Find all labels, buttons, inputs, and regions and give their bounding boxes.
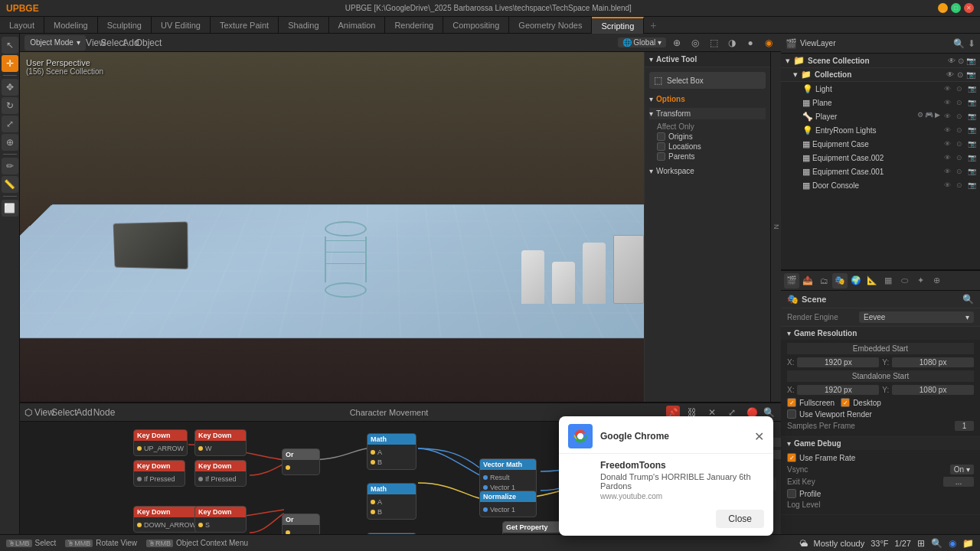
object-menu-btn[interactable]: Object (141, 35, 156, 51)
tab-layout[interactable]: Layout (0, 17, 44, 34)
plane-hide-icon[interactable]: 👁 (942, 97, 952, 108)
tool-move[interactable]: ✥ (2, 79, 18, 96)
eqcase-select-icon[interactable]: ⊙ (954, 139, 965, 149)
parents-checkbox-row[interactable]: Parents (657, 152, 766, 161)
proportional-btn[interactable]: ◎ (688, 35, 703, 51)
viewport-shading-wire[interactable]: ⬚ (706, 35, 721, 51)
tree-item-eqcase[interactable]: ▦ Equipment Case 👁 ⊙ 📷 (781, 137, 980, 151)
viewport-render-checkbox[interactable] (787, 409, 796, 419)
tree-item-eqcase002[interactable]: ▦ Equipment Case.002 👁 ⊙ 📷 (781, 151, 980, 165)
active-tool-header[interactable]: ▾ Active Tool (645, 52, 770, 67)
tool-rotate[interactable]: ↻ (2, 97, 18, 114)
options-header[interactable]: ▾ Options (649, 93, 766, 105)
node-subtract[interactable]: Math A B (367, 483, 416, 520)
chrome-taskbar-icon[interactable]: ◉ (949, 538, 956, 549)
profile-checkbox[interactable] (787, 489, 796, 498)
eqcase002-select-icon[interactable]: ⊙ (954, 152, 965, 163)
light-render-icon[interactable]: 📷 (966, 83, 977, 94)
prop-tab-output[interactable]: 📤 (800, 273, 815, 289)
eqcase001-hide-icon[interactable]: 👁 (942, 166, 952, 177)
scene-tree-search-btn[interactable]: 🔍 (953, 38, 965, 49)
node-view-btn[interactable]: View (37, 405, 52, 420)
node-key-down-6[interactable]: Key Down S (194, 506, 247, 533)
scene-tree-filter-btn[interactable]: ⬇ (968, 38, 975, 49)
chrome-notif-close-btn[interactable]: ✕ (754, 429, 764, 444)
hide-icon[interactable]: 👁 (948, 57, 956, 65)
windows-icon[interactable]: ⊞ (917, 538, 925, 549)
doorconsole-hide-icon[interactable]: 👁 (942, 180, 952, 191)
origins-checkbox[interactable] (657, 132, 665, 141)
tab-compositing[interactable]: Compositing (443, 17, 509, 34)
chrome-close-button[interactable]: Close (716, 510, 764, 528)
hide-render-icon[interactable]: 📷 (966, 57, 975, 65)
origins-checkbox-row[interactable]: Origins (657, 132, 766, 141)
prop-tab-particles[interactable]: ✦ (913, 273, 928, 289)
y-value-2[interactable]: 1080 px (892, 385, 974, 395)
tree-item-eqcase001[interactable]: ▦ Equipment Case.001 👁 ⊙ 📷 (781, 165, 980, 178)
prop-tab-physics[interactable]: ⊕ (929, 273, 944, 289)
maximize-btn[interactable]: □ (951, 3, 961, 13)
light-select-icon[interactable]: ⊙ (954, 83, 965, 94)
select-menu-btn[interactable]: Select (106, 35, 121, 51)
node-key-down-2[interactable]: Key Down W (194, 429, 247, 456)
eqcase001-render-icon[interactable]: 📷 (966, 166, 977, 177)
tool-transform[interactable]: ⊕ (2, 134, 18, 151)
viewport-shading-solid[interactable]: ◑ (724, 35, 740, 51)
viewport-mode-btn[interactable]: Object Mode ▾ (24, 35, 86, 51)
entryroom-hide-icon[interactable]: 👁 (942, 125, 952, 135)
eqcase002-hide-icon[interactable]: 👁 (942, 152, 952, 163)
tool-select[interactable]: ↖ (2, 37, 18, 54)
workspace-header[interactable]: ▾ Workspace (649, 167, 766, 175)
prop-tab-world[interactable]: 🌍 (848, 273, 864, 289)
player-render-icon[interactable]: 📷 (966, 111, 977, 122)
doorconsole-select-icon[interactable]: ⊙ (954, 180, 965, 191)
eqcase-hide-icon[interactable]: 👁 (942, 139, 952, 149)
collection-hidesel-icon[interactable]: ⊙ (957, 70, 963, 79)
plane-render-icon[interactable]: 📷 (966, 97, 977, 108)
player-select-icon[interactable]: ⊙ (954, 111, 965, 122)
tab-shading[interactable]: Shading (279, 17, 328, 34)
3d-viewport[interactable]: User Perspective (156) Scene Collection … (20, 52, 781, 402)
player-hide-icon[interactable]: 👁 (942, 111, 952, 122)
locations-checkbox[interactable] (657, 142, 665, 151)
x-value-1[interactable]: 1920 px (797, 357, 879, 367)
node-key-down-4[interactable]: Key Down If Pressed (194, 460, 247, 487)
hide-select-icon[interactable]: ⊙ (958, 57, 964, 65)
tab-animation[interactable]: Animation (329, 17, 386, 34)
samples-value[interactable]: 1 (955, 421, 974, 431)
x-value-2[interactable]: 1920 px (797, 385, 879, 395)
tool-annotate[interactable]: ✏ (2, 158, 18, 174)
entryroom-render-icon[interactable]: 📷 (966, 125, 977, 135)
tree-item-doorconsole[interactable]: ▦ Door Console 👁 ⊙ 📷 (781, 178, 980, 192)
node-add-btn[interactable]: Add (77, 405, 92, 420)
eqcase001-select-icon[interactable]: ⊙ (954, 166, 965, 177)
collection-hide-icon[interactable]: 👁 (946, 70, 954, 79)
snap-btn[interactable]: ⊕ (669, 35, 684, 51)
node-or[interactable]: Or (282, 448, 320, 475)
tab-geometry-nodes[interactable]: Geometry Nodes (509, 17, 592, 34)
tree-item-light[interactable]: 💡 Light 👁 ⊙ 📷 (781, 82, 980, 96)
n-panel-tab[interactable]: N (770, 52, 781, 402)
props-search-icon[interactable]: 🔍 (962, 294, 974, 305)
tab-texture-paint[interactable]: Texture Paint (211, 17, 279, 34)
prop-tab-material[interactable]: ⬭ (897, 273, 912, 289)
tab-modeling[interactable]: Modeling (44, 17, 98, 34)
collection-header-row[interactable]: ▾ 📁 Scene Collection 👁 ⊙ 📷 (781, 54, 980, 68)
prop-tab-mesh[interactable]: ▦ (880, 273, 896, 289)
node-math[interactable]: Math A B (367, 433, 416, 470)
node-key-down-3[interactable]: Key Down If Pressed (133, 460, 185, 487)
render-engine-dropdown[interactable]: Eevee ▾ (859, 311, 974, 323)
viewport-shading-render[interactable]: ◉ (761, 35, 776, 51)
transform-orientation-btn[interactable]: 🌐 Global ▾ (618, 37, 666, 47)
minimize-btn[interactable]: _ (938, 3, 948, 13)
doorconsole-render-icon[interactable]: 📷 (966, 180, 977, 191)
eqcase-render-icon[interactable]: 📷 (966, 139, 977, 149)
transform-header[interactable]: ▾ Transform (649, 108, 766, 119)
node-normalize[interactable]: Normalize Vector 1 (479, 491, 537, 517)
tab-scripting[interactable]: Scripting (592, 17, 644, 34)
light-hide-icon[interactable]: 👁 (942, 83, 952, 94)
add-workspace-btn[interactable]: + (644, 19, 662, 31)
node-key-down-5[interactable]: Key Down DOWN_ARROW (133, 506, 200, 533)
collection-hiderender-icon[interactable]: 📷 (966, 70, 975, 79)
eqcase002-render-icon[interactable]: 📷 (966, 152, 977, 163)
